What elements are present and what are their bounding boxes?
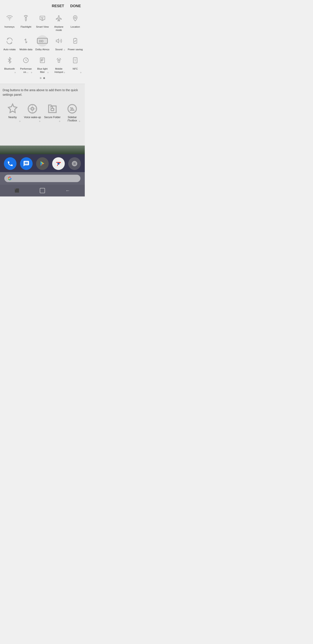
svg-marker-11 xyxy=(56,39,58,43)
homesys-label: homesys xyxy=(4,25,14,28)
dock-chrome[interactable] xyxy=(52,157,65,170)
svg-line-2 xyxy=(27,16,28,16)
page-dot-1 xyxy=(40,77,41,79)
page-dot-2 xyxy=(43,77,45,79)
grid-item-nfc[interactable]: NFC + xyxy=(67,52,83,75)
voice-wake-icon xyxy=(27,103,38,114)
add-section: Drag buttons to the area above to add th… xyxy=(0,84,85,128)
mobile-data-icon xyxy=(20,35,31,46)
grid-item-dolby[interactable]: DD Dolby Atmos + xyxy=(34,33,51,52)
auto-rotate-plus: + xyxy=(14,48,16,52)
nearby-icon xyxy=(7,103,18,114)
row-1: homesys Flashlight xyxy=(0,10,85,33)
done-button[interactable]: DONE xyxy=(70,4,81,8)
sound-plus: + xyxy=(63,48,65,52)
performance-plus: + xyxy=(31,71,32,74)
grid-item-homesys[interactable]: homesys xyxy=(1,10,18,33)
blue-light-icon: B xyxy=(37,54,48,66)
wifi-icon xyxy=(4,12,15,24)
mobile-data-plus: + xyxy=(31,48,32,52)
back-button[interactable]: ← xyxy=(65,188,70,194)
page-indicator xyxy=(0,75,85,81)
row-2: Auto rotate + Mobile data + DD xyxy=(0,33,85,52)
power-saving-icon xyxy=(69,35,81,46)
auto-rotate-label: Auto rotate xyxy=(3,48,16,51)
sound-icon xyxy=(53,35,64,46)
navigation-bar: ⬛ ← xyxy=(0,185,85,196)
add-item-secure-folder[interactable]: Secure Folder + xyxy=(42,101,62,124)
reset-button[interactable]: RESET xyxy=(52,4,64,8)
dolby-icon: DD xyxy=(37,35,48,46)
add-item-voice-wake[interactable]: Voice wake-up + xyxy=(22,101,43,124)
google-search-bar[interactable] xyxy=(4,175,80,182)
add-item-sidebar[interactable]: Sidebar /Toolbox + xyxy=(62,101,82,124)
hotspot-icon xyxy=(53,54,64,66)
grid-item-sound[interactable]: Sound + xyxy=(51,33,67,52)
grid-item-auto-rotate[interactable]: Auto rotate + xyxy=(1,33,18,52)
auto-rotate-icon xyxy=(4,35,15,46)
grid-item-hotspot[interactable]: Mobile Hotspot + xyxy=(51,52,67,75)
location-icon xyxy=(69,12,81,24)
grid-item-power-saving[interactable]: Power saving + xyxy=(67,33,83,52)
svg-point-33 xyxy=(58,163,59,164)
sidebar-plus: + xyxy=(79,120,80,123)
location-label: Location xyxy=(70,25,80,28)
top-bar: RESET DONE xyxy=(0,0,85,10)
flashlight-icon xyxy=(20,12,31,24)
svg-rect-23 xyxy=(51,108,54,111)
hotspot-plus: + xyxy=(63,71,65,74)
grid-item-mobile-data[interactable]: Mobile data + xyxy=(18,33,34,52)
nfc-plus: + xyxy=(80,71,82,74)
airplane-icon xyxy=(53,12,64,24)
row-3: Bluetooth + Performan ce… + B xyxy=(0,52,85,75)
smart-view-label: Smart View xyxy=(36,25,49,28)
grid-item-airplane[interactable]: Airplane mode xyxy=(51,10,67,33)
grid-item-bluetooth[interactable]: Bluetooth + xyxy=(1,52,18,75)
smart-view-icon xyxy=(37,12,48,24)
flashlight-label: Flashlight xyxy=(21,25,31,28)
svg-text:B: B xyxy=(41,59,43,62)
nfc-icon xyxy=(69,54,81,66)
svg-point-0 xyxy=(9,20,10,20)
bluetooth-plus: + xyxy=(14,71,16,74)
grid-item-performance[interactable]: Performan ce… + xyxy=(18,52,34,75)
nearby-label: Nearby xyxy=(8,116,17,119)
svg-line-1 xyxy=(24,16,25,16)
svg-point-7 xyxy=(74,17,76,19)
secure-folder-icon xyxy=(47,103,58,114)
bluetooth-label: Bluetooth xyxy=(4,67,15,70)
power-saving-plus: + xyxy=(80,48,82,52)
svg-rect-16 xyxy=(58,60,60,62)
secure-folder-label: Secure Folder xyxy=(44,116,60,119)
performance-icon xyxy=(20,54,31,66)
sidebar-toolbox-icon xyxy=(66,103,78,114)
recent-apps-button[interactable]: ⬛ xyxy=(14,188,19,193)
quick-settings-grid: homesys Flashlight xyxy=(0,10,85,82)
add-section-description: Drag buttons to the area above to add th… xyxy=(2,88,82,97)
dock-bar xyxy=(0,154,85,172)
dock-play-store[interactable] xyxy=(36,157,49,170)
airplane-label: Airplane mode xyxy=(51,25,67,32)
dolby-plus: + xyxy=(47,48,49,52)
sound-label: Sound xyxy=(55,48,62,51)
bluetooth-icon xyxy=(4,54,15,66)
dock-extra[interactable] xyxy=(68,157,81,170)
google-g-icon xyxy=(8,176,12,180)
wallpaper-strip xyxy=(0,146,85,154)
voice-wake-label: Voice wake-up xyxy=(24,116,41,119)
dock-phone[interactable] xyxy=(4,157,16,170)
nearby-plus: + xyxy=(19,120,21,123)
add-item-nearby[interactable]: Nearby + xyxy=(2,101,22,124)
grid-item-smart-view[interactable]: Smart View xyxy=(34,10,51,33)
secure-folder-plus: + xyxy=(59,120,60,123)
grid-item-blue-light[interactable]: B Blue light filter + xyxy=(34,52,51,75)
grid-item-location[interactable]: Location xyxy=(67,10,83,33)
grid-item-flashlight[interactable]: Flashlight xyxy=(18,10,34,33)
voice-wake-plus: + xyxy=(39,120,41,123)
add-items-grid: Nearby + Voice wake-up + xyxy=(2,101,82,124)
dock-messages[interactable] xyxy=(20,157,33,170)
svg-text:DD: DD xyxy=(39,40,43,43)
blue-light-plus: + xyxy=(47,71,49,74)
home-button[interactable] xyxy=(40,188,45,193)
nfc-label: NFC xyxy=(73,67,78,70)
